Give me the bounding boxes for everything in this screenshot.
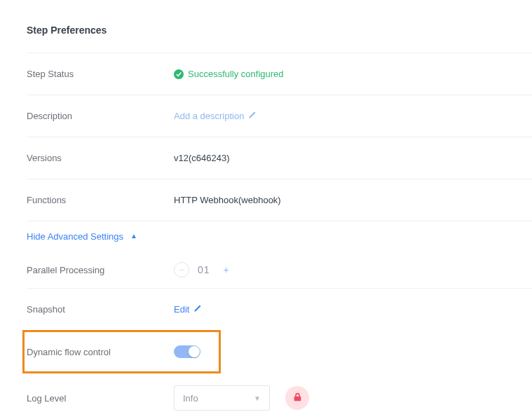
label-snapshot: Snapshot <box>27 304 174 315</box>
row-dynamic-flow-control: Dynamic flow control <box>22 330 221 373</box>
row-snapshot: Snapshot Edit <box>27 288 532 330</box>
description-value[interactable]: Add a description <box>174 111 257 121</box>
versions-value: v12(c646243) <box>174 153 230 163</box>
log-level-group: Info ▼ <box>174 385 309 411</box>
caret-down-icon: ▼ <box>254 394 261 402</box>
label-parallel: Parallel Processing <box>27 265 174 275</box>
lock-icon <box>293 392 302 404</box>
label-description: Description <box>27 111 174 121</box>
add-description-link[interactable]: Add a description <box>174 111 244 121</box>
log-level-select[interactable]: Info ▼ <box>174 385 270 411</box>
pencil-icon[interactable] <box>193 304 202 315</box>
section-title: Step Preferences <box>27 25 532 36</box>
check-icon <box>174 69 184 79</box>
parallel-stepper: − 01 + <box>174 262 234 277</box>
label-dynamic-flow: Dynamic flow control <box>25 347 174 357</box>
dynamic-flow-value <box>174 345 200 358</box>
switch-knob <box>189 346 200 357</box>
advanced-settings-label: Hide Advanced Settings <box>27 231 123 242</box>
snapshot-edit-link[interactable]: Edit <box>174 304 189 315</box>
row-parallel: Parallel Processing − 01 + <box>27 252 532 288</box>
row-step-status: Step Status Successfully configured <box>27 53 532 95</box>
label-functions: Functions <box>27 195 174 205</box>
label-step-status: Step Status <box>27 69 174 79</box>
pencil-icon[interactable] <box>248 111 257 121</box>
advanced-settings-toggle[interactable]: Hide Advanced Settings ▲ <box>27 221 532 252</box>
stepper-plus-button[interactable]: + <box>219 262 234 277</box>
log-level-selected: Info <box>183 393 198 404</box>
snapshot-value[interactable]: Edit <box>174 304 202 315</box>
row-versions: Versions v12(c646243) <box>27 137 532 179</box>
row-log-level: Log Level Info ▼ <box>27 373 532 419</box>
row-functions: Functions HTTP Webhook(webhook) <box>27 179 532 221</box>
status-value: Successfully configured <box>174 69 284 79</box>
functions-value: HTTP Webhook(webhook) <box>174 195 281 205</box>
stepper-value: 01 <box>198 264 210 275</box>
dynamic-flow-toggle[interactable] <box>174 345 200 358</box>
label-versions: Versions <box>27 153 174 163</box>
label-log-level: Log Level <box>27 393 174 404</box>
row-description: Description Add a description <box>27 95 532 137</box>
caret-up-icon: ▲ <box>130 232 137 240</box>
stepper-minus-button[interactable]: − <box>174 262 189 277</box>
status-text: Successfully configured <box>188 69 284 79</box>
lock-badge[interactable] <box>285 386 309 410</box>
